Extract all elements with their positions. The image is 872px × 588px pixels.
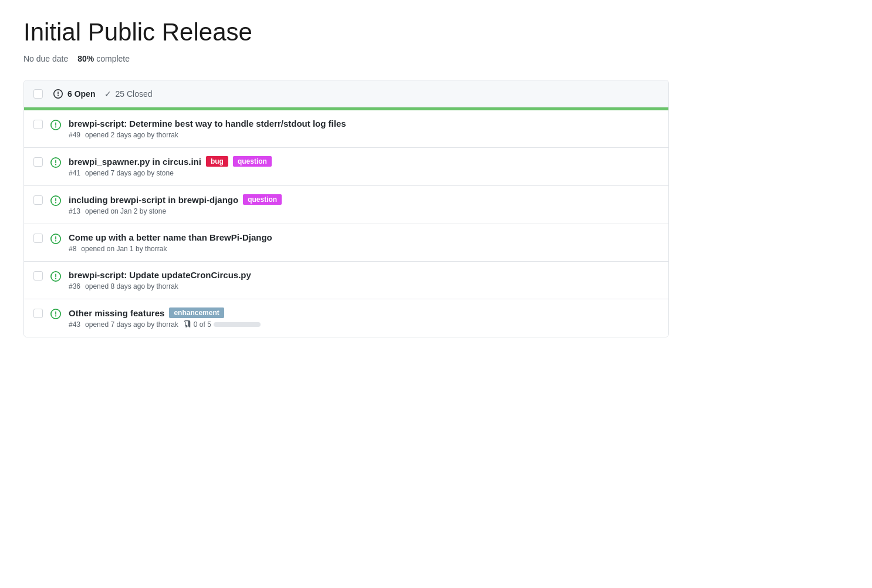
- completion-label: complete: [96, 54, 130, 63]
- open-issues-icon: [52, 88, 64, 100]
- issue-checkbox[interactable]: [33, 120, 43, 129]
- issue-number: #43: [69, 320, 80, 329]
- issue-opened: opened on Jan 2 by stone: [85, 207, 166, 215]
- issue-subtitle: #13 opened on Jan 2 by stone: [69, 207, 659, 215]
- issues-container: 6 Open ✓ 25 Closed brewpi-script: Determ…: [23, 80, 669, 337]
- closed-count-label: 25 Closed: [115, 89, 152, 99]
- issue-opened: opened 2 days ago by thorrak: [85, 131, 178, 139]
- issue-content: Come up with a better name than BrewPi-D…: [69, 232, 659, 253]
- issue-subtitle: #36 opened 8 days ago by thorrak: [69, 282, 659, 290]
- open-count-label: 6 Open: [67, 89, 95, 99]
- issue-content: including brewpi-script in brewpi-django…: [69, 194, 659, 215]
- issue-content: brewpi-script: Determine best way to han…: [69, 119, 659, 139]
- issue-title[interactable]: Come up with a better name than BrewPi-D…: [69, 232, 272, 242]
- issue-content: Other missing features enhancement #43 o…: [69, 307, 659, 329]
- issue-subtitle: #49 opened 2 days ago by thorrak: [69, 131, 659, 139]
- issue-number: #41: [69, 169, 80, 177]
- table-row: Come up with a better name than BrewPi-D…: [24, 224, 668, 262]
- issue-number: #36: [69, 282, 80, 290]
- issue-content: brewpi-script: Update updateCronCircus.p…: [69, 270, 659, 290]
- header-tabs: 6 Open ✓ 25 Closed: [52, 87, 153, 100]
- completion-info: 80% complete: [77, 54, 130, 63]
- issue-open-icon: [50, 308, 62, 320]
- label-enhancement[interactable]: enhancement: [169, 307, 224, 318]
- issue-number: #13: [69, 207, 80, 215]
- table-row: including brewpi-script in brewpi-django…: [24, 186, 668, 224]
- issue-open-icon: [50, 195, 62, 207]
- due-date: No due date: [23, 54, 68, 63]
- table-row: brewpi-script: Update updateCronCircus.p…: [24, 262, 668, 299]
- issue-title[interactable]: Other missing features: [69, 308, 164, 318]
- issue-list: brewpi-script: Determine best way to han…: [24, 110, 668, 337]
- tab-closed[interactable]: ✓ 25 Closed: [104, 89, 152, 99]
- checklist-info: 0 of 5: [183, 320, 261, 329]
- issue-title[interactable]: brewpi-script: Determine best way to han…: [69, 119, 346, 129]
- issue-opened: opened on Jan 1 by thorrak: [81, 245, 167, 253]
- issues-header: 6 Open ✓ 25 Closed: [24, 80, 668, 107]
- issue-title-line: including brewpi-script in brewpi-django…: [69, 194, 659, 205]
- issue-open-icon: [50, 271, 62, 282]
- page-title: Initial Public Release: [23, 18, 849, 47]
- issue-open-icon: [50, 119, 62, 131]
- issue-open-icon: [50, 157, 62, 168]
- issue-checkbox[interactable]: [33, 157, 43, 167]
- issue-checkbox[interactable]: [33, 271, 43, 281]
- issue-subtitle: #41 opened 7 days ago by stone: [69, 169, 659, 177]
- issue-open-icon: [50, 233, 62, 245]
- label-question[interactable]: question: [233, 156, 272, 167]
- issue-number: #8: [69, 245, 76, 253]
- issue-title-line: Come up with a better name than BrewPi-D…: [69, 232, 659, 242]
- issue-title-line: brewpi_spawner.py in circus.ini bugquest…: [69, 156, 659, 167]
- issue-title-line: Other missing features enhancement: [69, 307, 659, 318]
- issue-checkbox[interactable]: [33, 309, 43, 318]
- issue-title[interactable]: brewpi-script: Update updateCronCircus.p…: [69, 270, 251, 280]
- tab-open[interactable]: 6 Open: [52, 87, 95, 100]
- issue-checkbox[interactable]: [33, 234, 43, 243]
- issue-opened: opened 7 days ago by stone: [85, 169, 174, 177]
- label-bug[interactable]: bug: [206, 156, 228, 167]
- closed-check-icon: ✓: [104, 89, 111, 99]
- issue-title[interactable]: brewpi_spawner.py in circus.ini: [69, 157, 201, 167]
- issue-number: #49: [69, 131, 80, 139]
- issue-content: brewpi_spawner.py in circus.ini bugquest…: [69, 156, 659, 177]
- label-question[interactable]: question: [243, 194, 282, 205]
- issue-title-line: brewpi-script: Determine best way to han…: [69, 119, 659, 129]
- table-row: Other missing features enhancement #43 o…: [24, 299, 668, 337]
- issue-subtitle: #43 opened 7 days ago by thorrak 0 of 5: [69, 320, 659, 329]
- issue-opened: opened 7 days ago by thorrak: [85, 320, 178, 329]
- issue-subtitle: #8 opened on Jan 1 by thorrak: [69, 245, 659, 253]
- table-row: brewpi_spawner.py in circus.ini bugquest…: [24, 148, 668, 186]
- issue-opened: opened 8 days ago by thorrak: [85, 282, 178, 290]
- issue-title[interactable]: including brewpi-script in brewpi-django: [69, 195, 238, 205]
- meta-line: No due date 80% complete: [23, 54, 849, 63]
- completion-pct: 80%: [77, 54, 94, 63]
- checklist-count: 0 of 5: [194, 320, 211, 329]
- issue-title-line: brewpi-script: Update updateCronCircus.p…: [69, 270, 659, 280]
- select-all-checkbox[interactable]: [33, 89, 43, 99]
- checklist-bar: [214, 322, 261, 327]
- table-row: brewpi-script: Determine best way to han…: [24, 110, 668, 148]
- issue-checkbox[interactable]: [33, 195, 43, 205]
